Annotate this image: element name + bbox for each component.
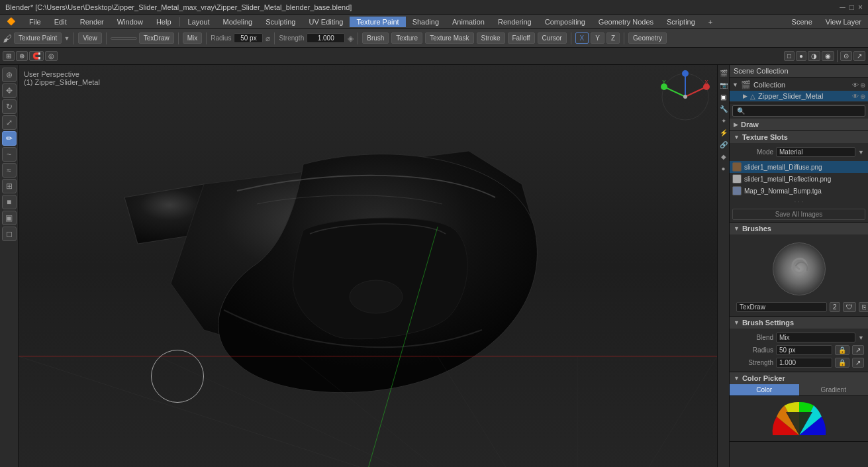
texture-slot-1[interactable]: slider1_metall_Reflection.png xyxy=(730,173,868,185)
particles-icon[interactable]: ✦ xyxy=(718,115,729,126)
minimize-btn[interactable]: ─ xyxy=(840,3,845,12)
material-icon[interactable]: ● xyxy=(718,163,729,174)
panel-search[interactable] xyxy=(732,105,865,117)
tool-name-btn[interactable]: TexDraw xyxy=(139,32,174,44)
draw-section-header[interactable]: ▶ Draw xyxy=(730,119,868,130)
collection-filter-action[interactable]: ⊕ xyxy=(860,81,865,89)
gradient-tab[interactable]: Gradient xyxy=(799,384,869,395)
rotate-tool[interactable]: ↻ xyxy=(2,99,17,114)
menu-blender[interactable]: 🔶 xyxy=(0,16,23,27)
texture-slots-header[interactable]: ▼ Texture Slots xyxy=(730,131,868,143)
workspace-animation[interactable]: Animation xyxy=(446,17,491,27)
viewport[interactable]: User Perspective (1) Zipper_Slider_Metal… xyxy=(19,65,717,467)
collection-hide-action[interactable]: 👁 xyxy=(852,81,859,89)
texture-mask-btn[interactable]: Texture Mask xyxy=(425,32,473,44)
object-select-action[interactable]: ⊕ xyxy=(860,93,865,100)
brushes-section-header[interactable]: ▼ Brushes xyxy=(730,223,868,234)
geometry-btn[interactable]: Geometry xyxy=(628,32,667,44)
move-tool[interactable]: ✥ xyxy=(2,83,17,98)
blend-dropdown[interactable]: Mix xyxy=(776,333,855,342)
texture-btn[interactable]: Texture xyxy=(391,32,422,44)
workspace-compositing[interactable]: Compositing xyxy=(538,17,592,27)
stroke-btn[interactable]: Stroke xyxy=(477,32,505,44)
object-hide-action[interactable]: 👁 xyxy=(852,93,859,100)
clone-tool[interactable]: ⊞ xyxy=(2,179,17,193)
menu-file[interactable]: File xyxy=(23,17,48,27)
view-layer-selector[interactable]: View Layer xyxy=(819,17,868,27)
brush-shield-btn[interactable]: 🛡 xyxy=(843,302,856,312)
brush-settings-header[interactable]: ▼ Brush Settings xyxy=(730,317,868,329)
constraints-icon[interactable]: 🔗 xyxy=(718,139,729,150)
shading-wireframe-btn[interactable]: □ xyxy=(784,51,795,61)
physics-icon[interactable]: ⚡ xyxy=(718,127,729,138)
soften-tool[interactable]: ~ xyxy=(2,147,17,162)
workspace-add[interactable]: + xyxy=(702,17,719,27)
radius-input[interactable] xyxy=(234,33,263,43)
menu-help[interactable]: Help xyxy=(150,17,178,27)
fill-tool[interactable]: ■ xyxy=(2,195,17,209)
eraser-tool[interactable]: ◻ xyxy=(2,227,17,241)
scene-icon[interactable]: 🎬 xyxy=(718,68,729,78)
menu-edit[interactable]: Edit xyxy=(48,17,73,27)
color-picker-header[interactable]: ▼ Color Picker xyxy=(730,372,868,384)
close-btn[interactable]: × xyxy=(858,3,863,12)
color-wheel-svg[interactable] xyxy=(766,399,832,439)
x-axis-btn[interactable]: X xyxy=(575,32,589,44)
color-tab[interactable]: Color xyxy=(730,384,799,395)
overlay-btn[interactable]: ⊙ xyxy=(840,51,852,61)
workspace-uv-editing[interactable]: UV Editing xyxy=(302,17,350,27)
snap-btn[interactable]: 🧲 xyxy=(29,51,44,61)
mode-dropdown[interactable]: Material xyxy=(776,147,855,157)
draw-tool[interactable]: ✏ xyxy=(2,131,17,146)
workspace-sculpting[interactable]: Sculpting xyxy=(259,17,302,27)
workspace-texture-paint[interactable]: Texture Paint xyxy=(350,17,405,27)
maximize-btn[interactable]: □ xyxy=(849,3,854,12)
strength-input[interactable] xyxy=(307,33,345,43)
brush-name-input[interactable] xyxy=(736,302,827,312)
strength-curve-btn[interactable]: ↗ xyxy=(852,358,864,368)
strength-field[interactable]: 1.000 xyxy=(776,358,832,368)
workspace-modeling[interactable]: Modeling xyxy=(217,17,260,27)
object-icon[interactable]: ▣ xyxy=(718,91,729,102)
shading-solid-btn[interactable]: ● xyxy=(796,51,806,61)
scene-selector[interactable]: Scene xyxy=(785,17,819,27)
collection-object-row[interactable]: ▶ △ Zipper_Slider_Metal 👁 ⊕ xyxy=(730,91,868,101)
mask-tool[interactable]: ▣ xyxy=(2,211,17,225)
menu-window[interactable]: Window xyxy=(111,17,150,27)
menu-render[interactable]: Render xyxy=(73,17,111,27)
brush-copy-btn[interactable]: ⎘ xyxy=(859,302,868,312)
radius-lock-btn[interactable]: 🔒 xyxy=(835,345,849,355)
workspace-shading[interactable]: Shading xyxy=(406,17,446,27)
cursor-btn[interactable]: Cursor xyxy=(538,32,567,44)
radius-field[interactable]: 50 px xyxy=(776,345,832,355)
shading-material-btn[interactable]: ◑ xyxy=(808,51,820,61)
modifier-icon[interactable]: 🔧 xyxy=(718,103,729,114)
smear-tool[interactable]: ≈ xyxy=(2,163,17,178)
workspace-layout[interactable]: Layout xyxy=(181,17,217,27)
z-axis-btn[interactable]: Z xyxy=(606,32,620,44)
shading-render-btn[interactable]: ◉ xyxy=(822,51,834,61)
save-all-images-btn[interactable]: Save All Images xyxy=(732,209,865,220)
strength-lock-btn[interactable]: 🔒 xyxy=(835,358,849,368)
proportional-btn[interactable]: ◎ xyxy=(45,51,58,61)
brush-btn[interactable]: Brush xyxy=(362,32,389,44)
brush-preview-circle[interactable] xyxy=(773,242,826,295)
workspace-geometry-nodes[interactable]: Geometry Nodes xyxy=(592,17,660,27)
workspace-scripting[interactable]: Scripting xyxy=(660,17,702,27)
tool-color-swatch[interactable] xyxy=(111,37,137,40)
radius-curve-btn[interactable]: ↗ xyxy=(852,345,864,355)
scale-tool[interactable]: ⤢ xyxy=(2,115,17,130)
pivot-btn[interactable]: ⊕ xyxy=(16,51,28,61)
workspace-rendering[interactable]: Rendering xyxy=(491,17,538,27)
view-menu-btn[interactable]: View xyxy=(78,32,102,44)
cursor-tool[interactable]: ⊕ xyxy=(2,68,17,82)
texture-slot-0[interactable]: slider1_metall_Diffuse.png xyxy=(730,161,868,173)
gizmo-btn[interactable]: ↗ xyxy=(853,51,865,61)
blend-mode-btn[interactable]: Mix xyxy=(183,32,203,44)
mode-dropdown[interactable]: Texture Paint xyxy=(14,32,62,44)
window-controls[interactable]: ─ □ × xyxy=(840,3,863,12)
y-axis-btn[interactable]: Y xyxy=(591,32,604,44)
texture-slot-2[interactable]: Map_9_Normal_Bump.tga xyxy=(730,185,868,197)
global-transform-btn[interactable]: ⊞ xyxy=(3,51,15,61)
nav-gizmo[interactable]: X Y Z xyxy=(659,70,712,123)
